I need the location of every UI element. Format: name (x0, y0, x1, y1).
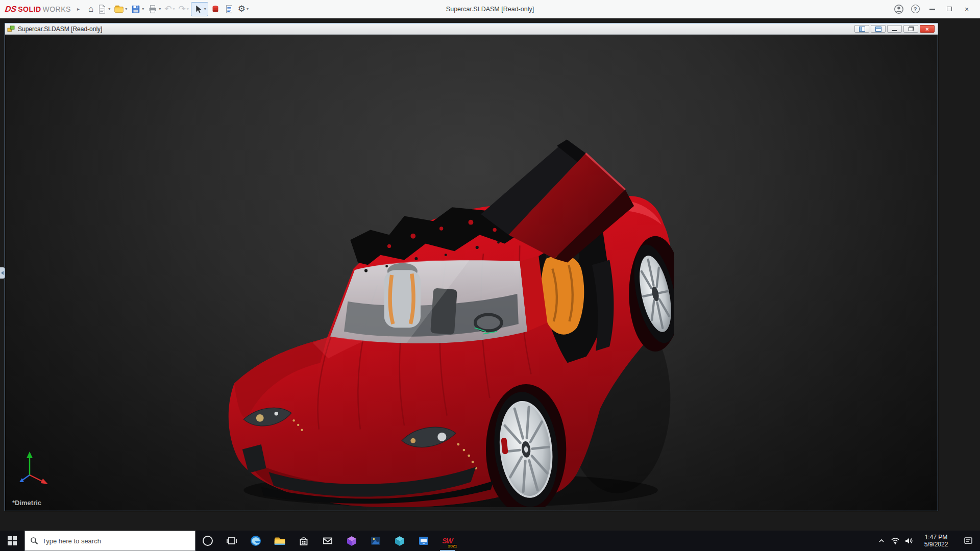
taskbar-item-file-explorer[interactable] (267, 531, 291, 551)
dropdown-arrow-icon[interactable]: ▾ (204, 7, 206, 11)
select-tool-button[interactable]: ▾ (191, 2, 208, 16)
minimize-icon (929, 9, 935, 10)
dropdown-arrow-icon[interactable]: ▾ (125, 7, 127, 11)
solidworks-logo: DS SOLIDWORKS (5, 5, 71, 14)
purple-cube-icon (346, 535, 358, 547)
assembly-document-icon (7, 25, 15, 33)
teal-cube-icon (394, 535, 406, 547)
clock-time: 1:47 PM (925, 534, 948, 541)
document-window: Supercar.SLDASM [Read-only] (5, 23, 938, 511)
blue-monitor-icon (418, 535, 430, 547)
search-icon (30, 537, 38, 545)
start-button[interactable] (0, 531, 24, 551)
undo-icon: ↶ (164, 5, 172, 13)
volume-button[interactable] (902, 531, 916, 551)
save-button[interactable]: ▾ (129, 2, 145, 16)
search-input[interactable] (42, 537, 190, 545)
options-button[interactable]: ⚙ ▾ (236, 2, 250, 16)
restore-icon (909, 27, 914, 31)
microsoft-store-icon (298, 535, 310, 547)
network-button[interactable] (888, 531, 902, 551)
brand-works-text: WORKS (43, 5, 71, 13)
dropdown-arrow-icon[interactable]: ▾ (159, 7, 161, 11)
taskbar: SW 2021 (0, 531, 980, 551)
rebuild-icon (210, 4, 220, 14)
home-button[interactable]: ⌂ (87, 2, 95, 16)
photos-icon (370, 535, 382, 547)
open-button[interactable]: ▾ (112, 2, 129, 16)
ds-logo-mark: DS (5, 5, 17, 14)
taskbar-item-edge[interactable] (243, 531, 267, 551)
chevron-up-icon (878, 537, 885, 544)
file-explorer-icon (273, 535, 286, 547)
select-cursor-icon (193, 4, 203, 14)
print-button[interactable]: ▾ (146, 2, 162, 16)
screen: DS SOLIDWORKS ▸ ⌂ ▾ ▾ (0, 0, 980, 551)
redo-icon: ↷ (179, 5, 186, 13)
taskbar-item-mixed-reality[interactable] (339, 531, 363, 551)
document-restore-button[interactable] (903, 25, 918, 33)
document-minimize-button[interactable] (887, 25, 902, 33)
x-axis (30, 475, 44, 482)
taskbar-item-remote-display[interactable] (411, 531, 435, 551)
dropdown-arrow-icon[interactable]: ▾ (108, 7, 110, 11)
speaker-icon (904, 537, 914, 545)
app-titlebar: DS SOLIDWORKS ▸ ⌂ ▾ ▾ (0, 0, 980, 18)
taskbar-clock[interactable]: 1:47 PM 5/9/2022 (916, 534, 957, 548)
supercar-model[interactable] (225, 136, 674, 507)
help-button[interactable]: ? (908, 2, 923, 16)
view-orientation-label: *Dimetric (12, 499, 41, 507)
windows-logo-icon (8, 536, 17, 545)
close-button[interactable]: × (959, 2, 975, 16)
document-titlebar[interactable]: Supercar.SLDASM [Read-only] (5, 23, 938, 35)
mail-icon (322, 535, 334, 547)
action-center-button[interactable] (957, 531, 980, 551)
viewport-3d[interactable]: *Dimetric (5, 35, 938, 511)
pane-split-button[interactable] (854, 25, 869, 33)
open-folder-icon (114, 4, 124, 14)
home-icon: ⌂ (88, 5, 93, 13)
minimize-button[interactable] (924, 2, 940, 16)
file-properties-button[interactable] (223, 2, 236, 16)
gear-icon: ⚙ (238, 5, 246, 13)
new-document-button[interactable]: ▾ (95, 2, 112, 16)
taskbar-item-task-view[interactable] (219, 531, 243, 551)
new-document-icon (97, 4, 107, 14)
taskbar-item-mail[interactable] (315, 531, 339, 551)
maximize-icon (947, 7, 952, 11)
single-view-icon (875, 27, 881, 32)
taskbar-item-store[interactable] (291, 531, 315, 551)
menu-flyout-arrow-icon[interactable]: ▸ (77, 6, 80, 12)
rebuild-button[interactable] (209, 2, 222, 16)
hidden-icons-button[interactable] (874, 531, 888, 551)
taskbar-item-3d-viewer[interactable] (387, 531, 411, 551)
redo-button[interactable]: ↷ ▾ (177, 2, 190, 16)
action-center-icon (964, 537, 973, 545)
document-window-buttons: × (854, 25, 936, 33)
taskbar-item-solidworks[interactable]: SW 2021 (435, 531, 459, 551)
taskbar-search[interactable] (24, 531, 195, 551)
quick-access-toolbar: ⌂ ▾ ▾ (87, 2, 250, 16)
z-axis (22, 475, 30, 480)
solidworks-year-badge: 2021 (448, 544, 457, 548)
featuremanager-flyout-tab[interactable] (0, 267, 5, 279)
taskbar-item-cortana[interactable] (195, 531, 219, 551)
dropdown-arrow-icon[interactable]: ▾ (173, 7, 175, 11)
pane-single-button[interactable] (871, 25, 886, 33)
taskbar-item-photos[interactable] (363, 531, 387, 551)
clock-date: 5/9/2022 (924, 541, 948, 548)
dropdown-arrow-icon[interactable]: ▾ (247, 7, 249, 11)
maximize-button[interactable] (941, 2, 958, 16)
user-account-icon (894, 4, 904, 14)
brand-solid-text: SOLID (18, 5, 41, 13)
account-button[interactable] (891, 2, 906, 16)
document-close-button[interactable]: × (920, 25, 935, 33)
mdi-client-area: Supercar.SLDASM [Read-only] (0, 18, 980, 531)
task-view-icon (226, 535, 238, 547)
dropdown-arrow-icon[interactable]: ▾ (187, 7, 189, 11)
file-properties-icon (224, 4, 234, 14)
chevron-left-icon (1, 271, 4, 275)
solidworks-app-icon: SW 2021 (440, 534, 455, 548)
undo-button[interactable]: ↶ ▾ (163, 2, 176, 16)
dropdown-arrow-icon[interactable]: ▾ (142, 7, 144, 11)
